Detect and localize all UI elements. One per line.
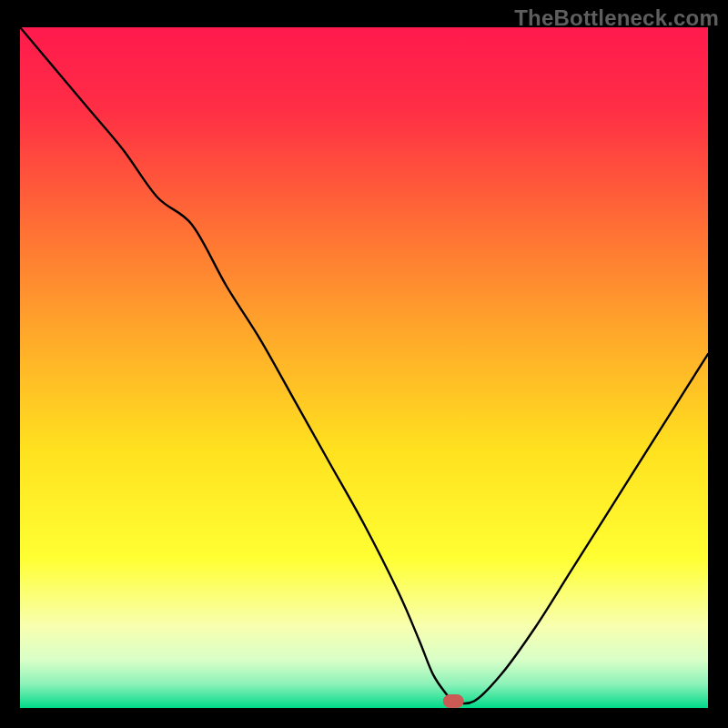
plot-area <box>20 27 708 708</box>
optimal-marker <box>443 695 463 708</box>
chart-frame: TheBottleneck.com <box>0 0 728 728</box>
gradient-background <box>20 27 708 708</box>
watermark-text: TheBottleneck.com <box>514 5 719 31</box>
plot-svg <box>20 27 708 708</box>
